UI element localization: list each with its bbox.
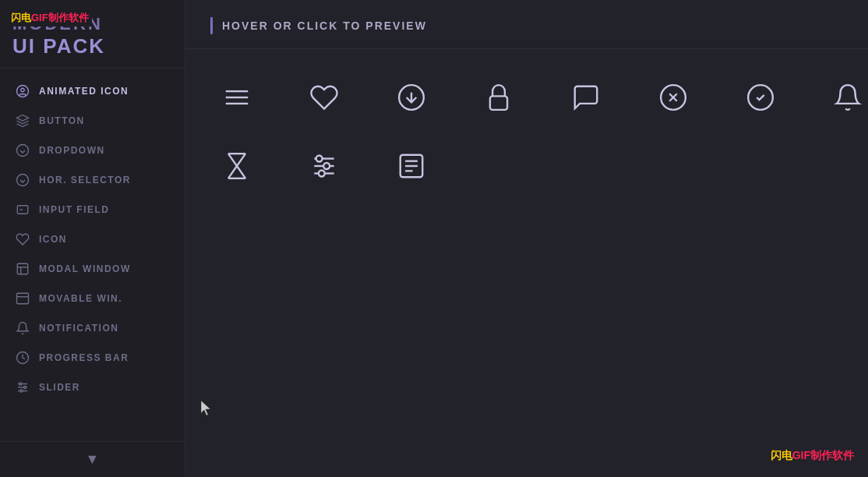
slider-icon xyxy=(16,380,30,394)
svg-point-2 xyxy=(17,145,29,157)
sidebar-item-slider[interactable]: SLIDER xyxy=(0,373,185,402)
list-doc-icon-item[interactable] xyxy=(391,146,432,186)
sidebar-item-animated-icon[interactable]: ANIMATED ICON xyxy=(0,76,185,106)
sidebar-item-label: MOVABLE WIN. xyxy=(39,293,122,304)
animated-icon-icon xyxy=(16,84,30,98)
sidebar-item-notification[interactable]: NOTIFICATION xyxy=(0,313,185,343)
cursor-indicator xyxy=(201,401,212,416)
input-field-icon xyxy=(16,203,30,217)
main-content: HOVER OR CLICK TO PREVIEW xyxy=(185,0,868,477)
heart-icon-item[interactable] xyxy=(304,77,344,118)
sidebar-item-input-field[interactable]: INPUT FIELD xyxy=(0,195,185,224)
menu-icon-item[interactable] xyxy=(217,77,257,118)
sidebar-item-label: DROPDOWN xyxy=(39,145,105,156)
sidebar-item-label: MODAL WINDOW xyxy=(39,263,131,274)
sidebar-nav: ANIMATED ICON BUTTON DROPDOWN xyxy=(0,69,185,441)
logo-uipack: UI PACK xyxy=(12,34,172,58)
sidebar-item-movable-win[interactable]: MOVABLE WIN. xyxy=(0,284,185,313)
sidebar: 闪电GIF制作软件 MODERN UI PACK ANIMATED ICON xyxy=(0,0,185,477)
main-header: HOVER OR CLICK TO PREVIEW xyxy=(185,0,868,49)
dropdown-icon xyxy=(16,143,30,157)
download-icon-item[interactable] xyxy=(391,77,432,118)
watermark-top-left: 闪电GIF制作软件 xyxy=(8,9,92,26)
icons-row-2 xyxy=(217,146,868,186)
header-bar xyxy=(210,17,213,34)
svg-point-15 xyxy=(19,383,22,385)
sidebar-item-icon[interactable]: ICON xyxy=(0,224,185,254)
progress-bar-icon xyxy=(16,351,30,365)
svg-point-0 xyxy=(17,86,29,97)
lock-icon-item[interactable] xyxy=(478,77,519,118)
svg-rect-6 xyxy=(17,263,28,274)
header-title: HOVER OR CLICK TO PREVIEW xyxy=(222,19,427,32)
sidebar-item-label: PROGRESS BAR xyxy=(39,352,129,363)
svg-point-33 xyxy=(319,171,325,177)
sidebar-item-label: ANIMATED ICON xyxy=(39,86,129,97)
sidebar-item-button[interactable]: BUTTON xyxy=(0,106,185,136)
bell-icon-item[interactable] xyxy=(827,77,868,118)
svg-point-31 xyxy=(316,156,323,162)
sidebar-item-label: INPUT FIELD xyxy=(39,204,110,215)
svg-point-32 xyxy=(323,163,330,169)
watermark-bottom-right: 闪电GIF制作软件 xyxy=(771,449,854,463)
chevron-down-icon[interactable]: ▼ xyxy=(86,451,100,468)
icons-row-1 xyxy=(217,77,868,118)
sidebar-item-label: NOTIFICATION xyxy=(39,323,118,334)
chat-icon-item[interactable] xyxy=(566,77,606,118)
sidebar-item-label: BUTTON xyxy=(39,115,85,126)
hourglass-icon-item[interactable] xyxy=(217,146,257,186)
sidebar-footer: ▼ xyxy=(0,441,185,477)
check-circle-icon-item[interactable] xyxy=(740,77,781,118)
icons-grid xyxy=(185,49,868,477)
svg-point-17 xyxy=(20,390,23,392)
sliders-icon-item[interactable] xyxy=(304,146,344,186)
svg-point-16 xyxy=(24,387,26,389)
svg-rect-23 xyxy=(490,96,507,109)
hor-selector-icon xyxy=(16,173,30,187)
sidebar-item-label: SLIDER xyxy=(39,382,80,393)
movable-win-icon xyxy=(16,292,30,306)
svg-point-1 xyxy=(21,88,25,92)
sidebar-item-progress-bar[interactable]: PROGRESS BAR xyxy=(0,343,185,373)
close-circle-icon-item[interactable] xyxy=(653,77,693,118)
sidebar-item-label: ICON xyxy=(39,234,67,245)
notification-icon xyxy=(16,321,30,335)
modal-window-icon xyxy=(16,262,30,276)
sidebar-item-label: HOR. SELECTOR xyxy=(39,175,131,186)
sidebar-item-modal-window[interactable]: MODAL WINDOW xyxy=(0,254,185,284)
svg-rect-9 xyxy=(17,293,29,304)
icon-icon xyxy=(16,232,30,246)
svg-point-3 xyxy=(17,175,29,186)
sidebar-item-dropdown[interactable]: DROPDOWN xyxy=(0,136,185,165)
sidebar-item-hor-selector[interactable]: HOR. SELECTOR xyxy=(0,165,185,195)
button-icon xyxy=(16,114,30,128)
